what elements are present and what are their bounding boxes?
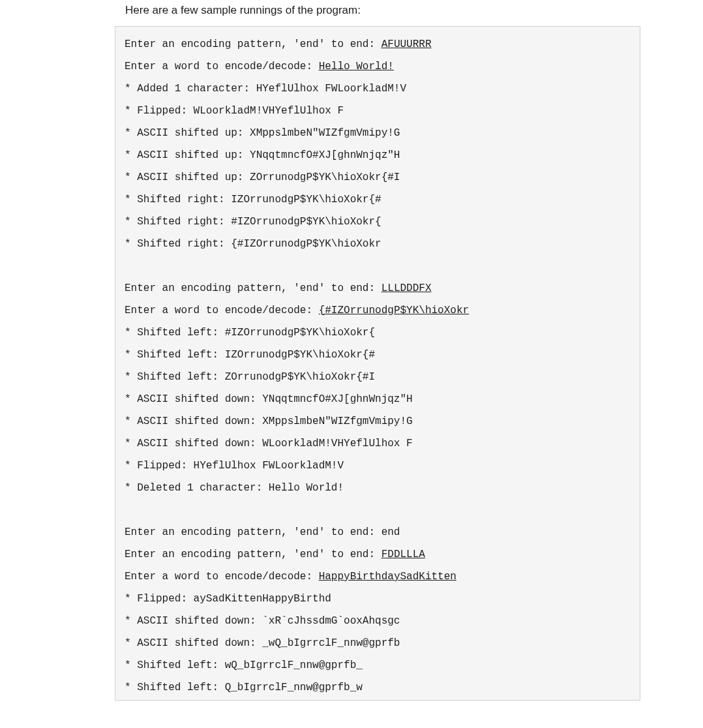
prompt-line: Enter a word to encode/decode: HappyBirt… bbox=[125, 566, 631, 588]
output-line: * ASCII shifted down: _wQ_bIgrrclF_nnw@g… bbox=[125, 632, 631, 654]
output-line: * ASCII shifted down: `xR`cJhssdmG`ooxAh… bbox=[125, 610, 631, 632]
output-line: * Shifted left: Q_bIgrrclF_nnw@gprfb_w bbox=[125, 676, 631, 699]
blank-line bbox=[125, 255, 631, 277]
prompt-prefix: Enter a word to encode/decode: bbox=[125, 571, 319, 583]
output-line: * Shifted left: wQ_bIgrrclF_nnw@gprfb_ bbox=[125, 654, 631, 676]
output-line: * Flipped: aySadKittenHappyBirthd bbox=[125, 588, 631, 610]
intro-text: Here are a few sample runnings of the pr… bbox=[125, 4, 703, 17]
output-line: * ASCII shifted up: YNqqtmncfO#XJ[ghnWnj… bbox=[125, 144, 631, 166]
blank-line bbox=[125, 499, 631, 521]
output-line: * ASCII shifted up: ZOrrunodgP$YK\hioXok… bbox=[125, 166, 631, 189]
output-line: * Shifted left: #IZOrrunodgP$YK\hioXokr{ bbox=[125, 322, 631, 344]
prompt-line: Enter a word to encode/decode: Hello Wor… bbox=[125, 55, 631, 78]
output-line: * Shifted right: {#IZOrrunodgP$YK\hioXok… bbox=[125, 233, 631, 255]
output-line: * ASCII shifted down: YNqqtmncfO#XJ[ghnW… bbox=[125, 388, 631, 410]
output-line: * Deleted 1 character: Hello World! bbox=[125, 477, 631, 499]
prompt-prefix: Enter a word to encode/decode: bbox=[125, 61, 319, 72]
prompt-prefix: Enter an encoding pattern, 'end' to end: bbox=[125, 38, 381, 50]
prompt-line: Enter a word to encode/decode: {#IZOrrun… bbox=[125, 299, 631, 322]
user-input: Hello World! bbox=[319, 61, 394, 72]
page-content: Here are a few sample runnings of the pr… bbox=[0, 0, 703, 727]
sample-run-code-block: Enter an encoding pattern, 'end' to end:… bbox=[115, 26, 640, 701]
output-line: * ASCII shifted down: XMppslmbeN"WIZfgmV… bbox=[125, 410, 631, 432]
prompt-prefix: Enter an encoding pattern, 'end' to end: bbox=[125, 282, 381, 294]
output-line: * Flipped: WLoorkladM!VHYeflUlhox F bbox=[125, 100, 631, 122]
output-line: * Shifted right: IZOrrunodgP$YK\hioXokr{… bbox=[125, 189, 631, 211]
output-line: Enter an encoding pattern, 'end' to end:… bbox=[125, 521, 631, 543]
output-line: * Shifted left: IZOrrunodgP$YK\hioXokr{# bbox=[125, 344, 631, 366]
prompt-prefix: Enter an encoding pattern, 'end' to end: bbox=[125, 549, 381, 560]
user-input: {#IZOrrunodgP$YK\hioXokr bbox=[319, 305, 469, 316]
output-line: * ASCII shifted down: WLoorkladM!VHYeflU… bbox=[125, 432, 631, 455]
prompt-prefix: Enter a word to encode/decode: bbox=[125, 305, 319, 316]
output-line: * ASCII shifted up: XMppslmbeN"WIZfgmVmi… bbox=[125, 122, 631, 144]
output-line: * Shifted left: ZOrrunodgP$YK\hioXokr{#I bbox=[125, 366, 631, 388]
user-input: AFUUURRR bbox=[381, 38, 432, 50]
user-input: LLLDDDFX bbox=[381, 282, 432, 294]
user-input: FDDLLLA bbox=[381, 549, 425, 560]
prompt-line: Enter an encoding pattern, 'end' to end:… bbox=[125, 33, 631, 55]
output-line: * Flipped: HYeflUlhox FWLoorkladM!V bbox=[125, 455, 631, 477]
output-line: * Shifted right: #IZOrrunodgP$YK\hioXokr… bbox=[125, 211, 631, 233]
prompt-line: Enter an encoding pattern, 'end' to end:… bbox=[125, 543, 631, 566]
prompt-line: Enter an encoding pattern, 'end' to end:… bbox=[125, 277, 631, 299]
user-input: HappyBirthdaySadKitten bbox=[319, 571, 456, 583]
output-line: * Added 1 character: HYeflUlhox FWLoorkl… bbox=[125, 78, 631, 100]
